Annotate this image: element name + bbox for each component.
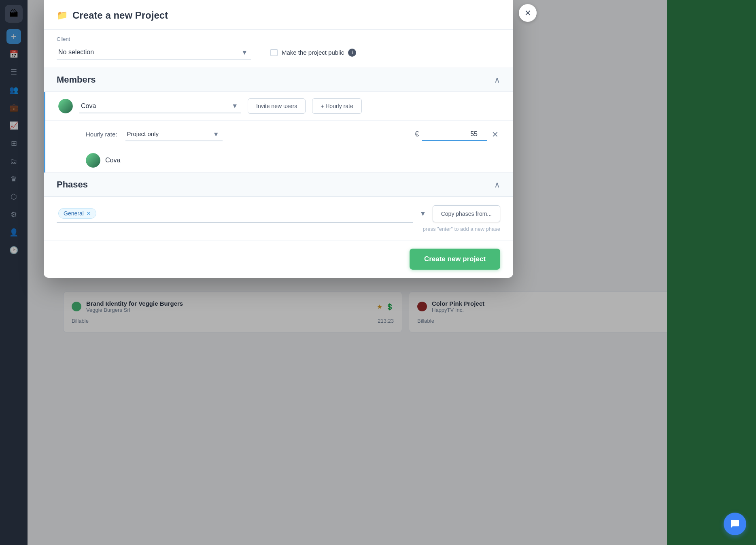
invite-users-button[interactable]: Invite new users [248,98,306,114]
chat-bubble[interactable] [724,513,746,535]
phases-collapse-button[interactable]: ∧ [494,180,500,189]
client-label: Client [57,36,500,42]
public-checkbox[interactable] [270,49,278,56]
phase-tag-label: General [64,210,84,217]
phases-input-row: General ✕ ▼ Copy phases from... [57,205,500,223]
hourly-rate-button[interactable]: + Hourly rate [312,98,362,114]
rate-value-input[interactable] [422,128,487,141]
currency-symbol: € [415,130,419,138]
member-name-row: Cova [45,148,513,172]
phases-body: General ✕ ▼ Copy phases from... press "e… [44,197,513,240]
avatar-img-1 [58,99,73,113]
modal-header: 📁 Create a new Project × [44,0,513,30]
member-name-label: Cova [105,157,120,164]
member-avatar-2 [86,153,100,168]
modal-title: Create a new Project [72,10,168,21]
chat-icon [730,519,740,529]
phases-section-header: Phases ∧ [44,173,513,197]
phases-section: Phases ∧ General ✕ ▼ Copy phases from...… [44,172,513,240]
rate-type-select-wrapper: Project only Per member Fixed ▼ [125,127,223,141]
copy-phases-button[interactable]: Copy phases from... [433,205,500,222]
hourly-rate-label: Hourly rate: [86,131,117,138]
hourly-rate-row: Hourly rate: Project only Per member Fix… [45,121,513,148]
members-collapse-button[interactable]: ∧ [494,75,500,85]
modal-footer: Create new project [44,240,513,278]
member-avatar-1 [58,99,73,113]
public-label: Make the project public [282,49,344,56]
phases-hint: press "enter" to add a new phase [57,226,500,232]
phases-title: Phases [57,179,88,190]
members-title: Members [57,75,96,85]
member-select-wrapper: Cova ▼ [79,99,241,113]
member-row-1: Cova ▼ Invite new users + Hourly rate [45,92,513,121]
phase-tag-general: General ✕ [58,208,96,219]
member-select[interactable]: Cova [79,99,241,113]
client-row: No selection ▼ Make the project public i [57,45,500,60]
rate-input-group: € ✕ [415,128,500,141]
avatar-img-2 [86,153,100,168]
members-body: Cova ▼ Invite new users + Hourly rate Ho… [44,92,513,172]
modal-close-button[interactable]: ✕ [519,4,537,22]
info-icon[interactable]: i [348,49,356,57]
phase-tag-remove-button[interactable]: ✕ [86,211,91,216]
public-checkbox-row: Make the project public i [270,49,356,57]
phases-tags-wrapper[interactable]: General ✕ [57,205,413,223]
client-select[interactable]: No selection [57,45,251,60]
members-section-header: Members ∧ [44,68,513,92]
modal-title-icon: 📁 [57,10,68,21]
create-project-modal: 📁 Create a new Project × Client No selec… [44,0,513,278]
client-select-wrapper: No selection ▼ [57,45,251,60]
clear-rate-button[interactable]: ✕ [490,128,500,141]
client-section: Client No selection ▼ Make the project p… [44,30,513,68]
phases-dropdown-arrow: ▼ [420,210,426,217]
rate-type-select[interactable]: Project only Per member Fixed [125,127,223,141]
create-project-button[interactable]: Create new project [410,249,500,270]
